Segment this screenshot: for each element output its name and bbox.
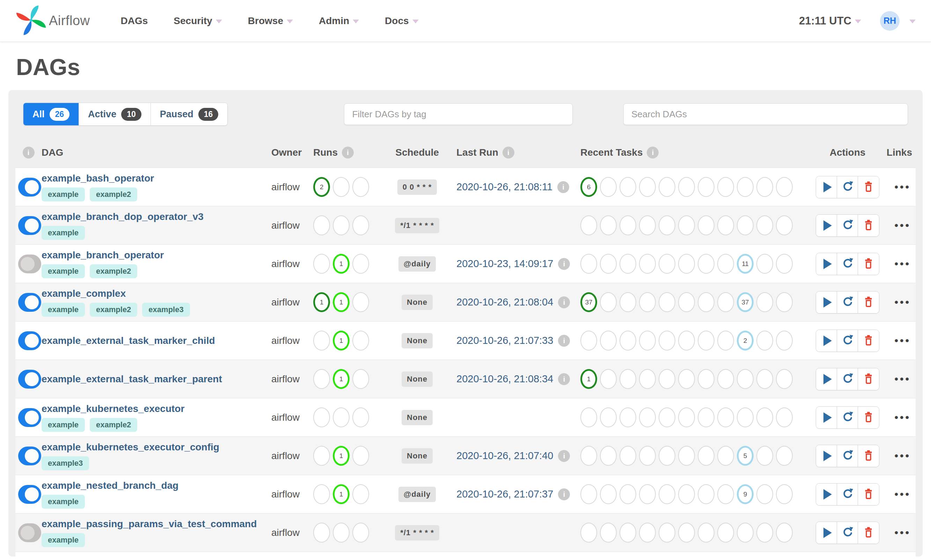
task-status-circle[interactable]: 9: [737, 484, 754, 504]
task-status-circle[interactable]: [580, 254, 597, 274]
task-status-circle[interactable]: [600, 215, 617, 235]
delete-dag-button[interactable]: [858, 292, 879, 313]
dag-tag[interactable]: example: [42, 418, 85, 432]
info-icon[interactable]: i: [558, 373, 570, 385]
dag-link[interactable]: example_branch_operator: [42, 250, 164, 261]
links-menu[interactable]: •••: [894, 450, 911, 462]
dag-tag[interactable]: example2: [90, 264, 137, 278]
task-status-circle[interactable]: [698, 254, 714, 274]
info-icon[interactable]: i: [558, 296, 570, 308]
info-icon[interactable]: i: [342, 147, 354, 158]
dag-link[interactable]: example_external_task_marker_parent: [42, 374, 222, 385]
dag-pause-toggle[interactable]: [18, 523, 41, 542]
task-status-circle[interactable]: [580, 484, 597, 504]
trigger-dag-button[interactable]: [816, 407, 837, 428]
nav-item-browse[interactable]: Browse: [248, 15, 293, 26]
run-status-circle[interactable]: [352, 177, 369, 197]
task-status-circle[interactable]: 2: [737, 331, 754, 351]
dag-tag[interactable]: example2: [90, 188, 137, 202]
task-status-circle[interactable]: [659, 369, 676, 389]
task-status-circle[interactable]: [737, 177, 754, 197]
task-status-circle[interactable]: [698, 523, 714, 543]
task-status-circle[interactable]: [756, 408, 773, 427]
task-status-circle[interactable]: [698, 484, 714, 504]
delete-dag-button[interactable]: [858, 176, 879, 198]
dag-link[interactable]: example_external_task_marker_child: [42, 335, 215, 346]
task-status-circle[interactable]: [659, 177, 676, 197]
run-status-circle[interactable]: [352, 292, 369, 312]
task-status-circle[interactable]: [600, 331, 617, 351]
last-run-link[interactable]: 2020-10-26, 21:07:37: [456, 488, 553, 500]
tab-active[interactable]: Active10: [79, 103, 151, 125]
task-status-circle[interactable]: [756, 369, 773, 389]
dag-tag[interactable]: example: [42, 264, 85, 278]
trigger-dag-button[interactable]: [816, 176, 837, 198]
info-icon[interactable]: i: [23, 147, 35, 158]
nav-item-dags[interactable]: DAGs: [121, 15, 148, 26]
links-menu[interactable]: •••: [894, 488, 911, 500]
chevron-down-icon[interactable]: [909, 20, 916, 23]
links-menu[interactable]: •••: [894, 412, 911, 423]
task-status-circle[interactable]: [776, 408, 793, 427]
avatar[interactable]: RH: [880, 11, 900, 31]
timezone-selector[interactable]: 21:11 UTC: [799, 15, 861, 27]
task-status-circle[interactable]: 37: [580, 292, 597, 312]
task-status-circle[interactable]: [737, 523, 754, 543]
task-status-circle[interactable]: [659, 292, 676, 312]
task-status-circle[interactable]: [639, 292, 656, 312]
trigger-dag-button[interactable]: [816, 253, 837, 275]
run-status-circle[interactable]: [352, 331, 369, 351]
dag-pause-toggle[interactable]: [18, 293, 41, 312]
task-status-circle[interactable]: [678, 446, 695, 466]
task-status-circle[interactable]: [620, 254, 636, 274]
delete-dag-button[interactable]: [858, 330, 879, 352]
task-status-circle[interactable]: [737, 369, 754, 389]
task-status-circle[interactable]: [717, 215, 734, 235]
task-status-circle[interactable]: [737, 408, 754, 427]
run-status-circle[interactable]: [333, 523, 349, 543]
delete-dag-button[interactable]: [858, 253, 879, 275]
task-status-circle[interactable]: [678, 331, 695, 351]
task-status-circle[interactable]: [756, 446, 773, 466]
tag-filter-input[interactable]: [344, 103, 573, 125]
task-status-circle[interactable]: [600, 484, 617, 504]
nav-item-security[interactable]: Security: [174, 15, 222, 26]
dag-pause-toggle[interactable]: [18, 178, 41, 197]
col-owner[interactable]: Owner: [271, 147, 313, 158]
info-icon[interactable]: i: [558, 258, 570, 270]
trigger-dag-button[interactable]: [816, 522, 837, 544]
task-status-circle[interactable]: [620, 523, 636, 543]
task-status-circle[interactable]: [678, 484, 695, 504]
task-status-circle[interactable]: [620, 177, 636, 197]
airflow-brand[interactable]: Airflow: [15, 5, 90, 37]
run-status-circle[interactable]: 1: [313, 292, 330, 312]
run-status-circle[interactable]: [313, 523, 330, 543]
run-status-circle[interactable]: [313, 215, 330, 235]
task-status-circle[interactable]: [639, 523, 656, 543]
run-status-circle[interactable]: 1: [333, 446, 349, 466]
dag-pause-toggle[interactable]: [18, 370, 41, 389]
dag-tag[interactable]: example3: [142, 303, 189, 317]
task-status-circle[interactable]: [756, 215, 773, 235]
delete-dag-button[interactable]: [858, 215, 879, 236]
links-menu[interactable]: •••: [894, 296, 911, 308]
run-status-circle[interactable]: [313, 408, 330, 427]
task-status-circle[interactable]: [600, 292, 617, 312]
task-status-circle[interactable]: [698, 177, 714, 197]
refresh-dag-button[interactable]: [837, 253, 858, 275]
trigger-dag-button[interactable]: [816, 330, 837, 352]
task-status-circle[interactable]: [717, 484, 734, 504]
delete-dag-button[interactable]: [858, 522, 879, 544]
task-status-circle[interactable]: [776, 523, 793, 543]
nav-item-docs[interactable]: Docs: [385, 15, 419, 26]
task-status-circle[interactable]: [756, 484, 773, 504]
task-status-circle[interactable]: [717, 177, 734, 197]
run-status-circle[interactable]: [352, 369, 369, 389]
tab-paused[interactable]: Paused16: [151, 103, 228, 125]
delete-dag-button[interactable]: [858, 483, 879, 505]
run-status-circle[interactable]: [352, 484, 369, 504]
task-status-circle[interactable]: [580, 446, 597, 466]
trigger-dag-button[interactable]: [816, 483, 837, 505]
run-status-circle[interactable]: [352, 446, 369, 466]
task-status-circle[interactable]: [776, 177, 793, 197]
